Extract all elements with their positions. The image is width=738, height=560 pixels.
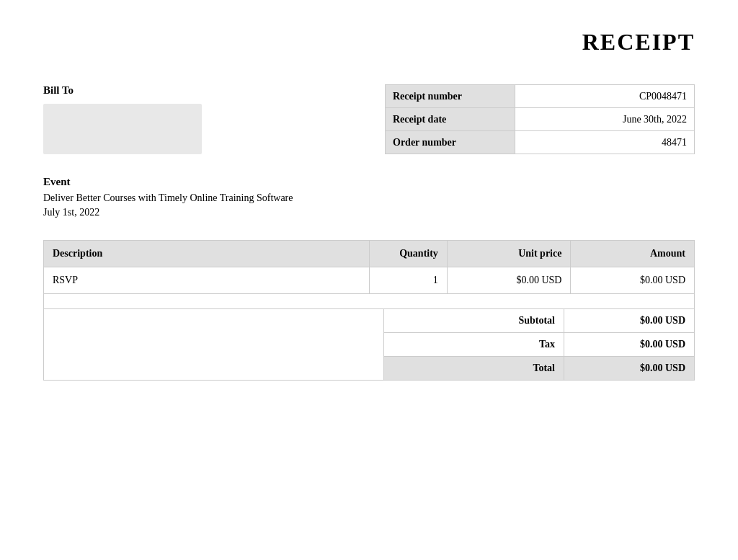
tax-label: Tax bbox=[384, 333, 564, 356]
totals-left-empty bbox=[44, 309, 384, 380]
event-label: Event bbox=[43, 176, 695, 188]
subtotal-label: Subtotal bbox=[384, 309, 564, 332]
receipt-date-row: Receipt date June 30th, 2022 bbox=[386, 108, 695, 131]
receipt-number-label: Receipt number bbox=[386, 85, 515, 108]
receipt-date-value: June 30th, 2022 bbox=[515, 108, 695, 131]
receipt-date-label: Receipt date bbox=[386, 108, 515, 131]
event-name: Deliver Better Courses with Timely Onlin… bbox=[43, 192, 695, 204]
row-spacer bbox=[44, 294, 695, 309]
row-description: RSVP bbox=[44, 267, 370, 294]
bill-to-section: Bill To bbox=[43, 84, 317, 154]
order-number-value: 48471 bbox=[515, 131, 695, 154]
receipt-number-value: CP0048471 bbox=[515, 85, 695, 108]
receipt-info-table: Receipt number CP0048471 Receipt date Ju… bbox=[385, 84, 695, 154]
bill-to-placeholder bbox=[43, 104, 202, 154]
total-label: Total bbox=[384, 357, 564, 380]
order-number-label: Order number bbox=[386, 131, 515, 154]
totals-right: Subtotal $0.00 USD Tax $0.00 USD Total $… bbox=[384, 309, 694, 380]
tax-row: Tax $0.00 USD bbox=[384, 333, 694, 357]
total-row: Total $0.00 USD bbox=[384, 357, 694, 380]
row-quantity: 1 bbox=[369, 267, 447, 294]
subtotal-value: $0.00 USD bbox=[564, 309, 694, 332]
col-header-quantity: Quantity bbox=[369, 241, 447, 267]
items-table: Description Quantity Unit price Amount R… bbox=[43, 240, 695, 309]
row-amount: $0.00 USD bbox=[571, 267, 695, 294]
page-header: RECEIPT bbox=[43, 29, 695, 55]
receipt-title: RECEIPT bbox=[582, 29, 695, 55]
row-unit-price: $0.00 USD bbox=[447, 267, 571, 294]
bill-to-label: Bill To bbox=[43, 84, 317, 97]
subtotal-row: Subtotal $0.00 USD bbox=[384, 309, 694, 333]
event-date: July 1st, 2022 bbox=[43, 207, 695, 218]
col-header-amount: Amount bbox=[571, 241, 695, 267]
table-row: RSVP 1 $0.00 USD $0.00 USD bbox=[44, 267, 695, 294]
total-value: $0.00 USD bbox=[564, 357, 694, 380]
event-section: Event Deliver Better Courses with Timely… bbox=[43, 176, 695, 218]
totals-section: Subtotal $0.00 USD Tax $0.00 USD Total $… bbox=[43, 309, 695, 381]
order-number-row: Order number 48471 bbox=[386, 131, 695, 154]
tax-value: $0.00 USD bbox=[564, 333, 694, 356]
receipt-number-row: Receipt number CP0048471 bbox=[386, 85, 695, 108]
main-section: Bill To Receipt number CP0048471 Receipt… bbox=[43, 84, 695, 154]
col-header-unit-price: Unit price bbox=[447, 241, 571, 267]
col-header-description: Description bbox=[44, 241, 370, 267]
table-header-row: Description Quantity Unit price Amount bbox=[44, 241, 695, 267]
